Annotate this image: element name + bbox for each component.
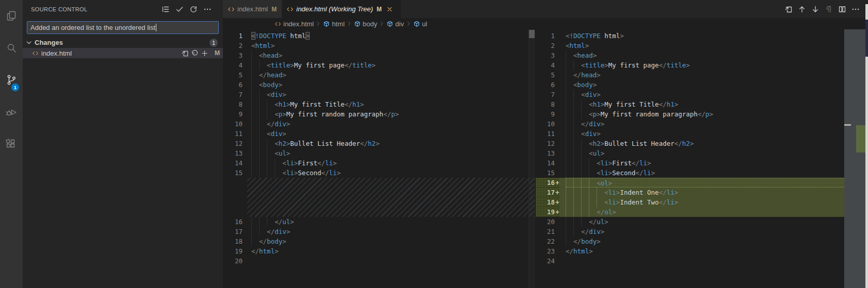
code-line[interactable]: 4 <title>My first page</title> xyxy=(223,60,535,70)
line-number[interactable]: 13 xyxy=(536,148,560,158)
line-number[interactable]: 9 xyxy=(223,109,243,119)
line-number[interactable]: 2 xyxy=(223,41,243,50)
activity-bar-item-search[interactable] xyxy=(0,32,23,64)
code-line-content[interactable]: <h2>Bullet List Header</h2> xyxy=(566,139,868,148)
line-number[interactable]: 14 xyxy=(223,158,243,168)
code-line[interactable]: 14 <li>First</li> xyxy=(223,158,535,168)
code-line-content[interactable]: <h2>Bullet List Header</h2> xyxy=(251,139,535,148)
code-line-content[interactable]: </html> xyxy=(251,246,535,256)
line-number[interactable]: 3 xyxy=(223,50,243,60)
code-line[interactable]: 2<html> xyxy=(536,41,868,50)
code-line-content[interactable]: </div> xyxy=(566,119,868,129)
code-line[interactable]: 7 <div> xyxy=(536,90,868,99)
code-line-content[interactable]: <p>My first random paragraph</p> xyxy=(566,109,868,119)
line-number[interactable]: 9 xyxy=(536,109,560,119)
code-line[interactable]: 11 <div> xyxy=(223,129,535,139)
line-number[interactable]: 21 xyxy=(536,227,560,236)
code-line-content[interactable]: <li>Indent Two</li> xyxy=(566,197,868,207)
code-line-content[interactable]: <div> xyxy=(251,129,535,139)
code-line-content[interactable]: </ul> xyxy=(566,217,868,227)
activity-bar-item-explorer[interactable] xyxy=(0,0,23,32)
more-actions-button[interactable] xyxy=(203,5,212,13)
code-line[interactable]: 11 <div> xyxy=(536,129,868,139)
line-number[interactable]: 10 xyxy=(223,119,243,129)
line-number[interactable]: 20 xyxy=(223,256,243,266)
line-number[interactable]: 12 xyxy=(536,139,560,148)
code-line-content[interactable]: <!DOCTYPE html> xyxy=(251,31,535,41)
next-change-button[interactable] xyxy=(811,5,819,13)
code-line[interactable]: 12 <h2>Bullet List Header</h2> xyxy=(536,139,868,148)
code-line-content[interactable]: <title>My first page</title> xyxy=(566,60,868,70)
code-line[interactable]: 18+ <li>Indent Two</li> xyxy=(536,197,868,207)
breadcrumb-item[interactable]: body xyxy=(354,20,377,28)
line-number[interactable]: 14 xyxy=(536,158,560,168)
line-number[interactable]: 23 xyxy=(536,246,560,256)
code-line[interactable]: 10 </div> xyxy=(223,119,535,129)
line-number[interactable]: 10 xyxy=(536,119,560,129)
breadcrumb-item[interactable]: ul xyxy=(413,20,427,28)
line-number[interactable]: 6 xyxy=(536,80,560,90)
code-line[interactable]: 22 </body> xyxy=(536,236,868,246)
code-line-content[interactable]: </div> xyxy=(251,119,535,129)
line-number[interactable]: 16+ xyxy=(536,178,560,188)
left-editor-scrollbar[interactable] xyxy=(528,29,535,288)
code-line-content[interactable]: <li>Second</li> xyxy=(566,168,868,178)
line-number[interactable]: 18+ xyxy=(536,197,560,207)
refresh-button[interactable] xyxy=(189,5,198,13)
line-number[interactable]: 3 xyxy=(536,50,560,60)
code-line-content[interactable] xyxy=(251,256,535,266)
code-line[interactable]: 19</html> xyxy=(223,246,535,256)
line-number[interactable]: 5 xyxy=(223,70,243,80)
code-line-content[interactable]: <html> xyxy=(566,41,868,50)
code-line[interactable]: 24 xyxy=(536,256,868,266)
line-number[interactable]: 5 xyxy=(536,70,560,80)
code-line[interactable]: 15 <li>Second</li> xyxy=(536,168,868,178)
code-line-content[interactable]: <li>First</li> xyxy=(251,158,535,168)
code-line[interactable]: 18 </body> xyxy=(223,236,535,246)
code-line-content[interactable]: <div> xyxy=(566,90,868,99)
code-line-content[interactable]: <ul> xyxy=(566,148,868,158)
left-editor-scrollbar-slider[interactable] xyxy=(529,30,535,38)
code-line-content[interactable]: </body> xyxy=(251,236,535,246)
breadcrumb-item[interactable]: html xyxy=(323,20,345,28)
commit-message-input[interactable]: Added an ordered list to the unordered l… xyxy=(27,21,219,34)
code-line-content[interactable]: <h1>My first Title</h1> xyxy=(251,99,535,109)
code-line[interactable]: 5 </head> xyxy=(536,70,868,80)
line-number[interactable]: 6 xyxy=(223,80,243,90)
view-as-tree-button[interactable] xyxy=(162,5,170,13)
code-line-content[interactable]: <li>First</li> xyxy=(566,158,868,168)
right-editor-scrollbar-slider[interactable] xyxy=(844,29,865,288)
code-line-content[interactable]: </div> xyxy=(251,227,535,236)
code-line-content[interactable]: <div> xyxy=(566,129,868,139)
breadcrumb-item[interactable]: div xyxy=(387,20,404,28)
code-line[interactable]: 23</html> xyxy=(536,246,868,256)
line-number[interactable]: 15 xyxy=(536,168,560,178)
code-line[interactable]: 3 <head> xyxy=(223,50,535,60)
code-line-content[interactable]: <head> xyxy=(251,50,535,60)
activity-bar-item-source-control[interactable]: 1 xyxy=(0,64,23,96)
code-line[interactable]: 4 <title>My first page</title> xyxy=(536,60,868,70)
line-number[interactable]: 22 xyxy=(536,236,560,246)
code-line-content[interactable]: <body> xyxy=(566,80,868,90)
code-line-content[interactable]: </div> xyxy=(566,227,868,236)
code-line[interactable]: 9 <p>My first random paragraph</p> xyxy=(223,109,535,119)
code-line[interactable]: 20 xyxy=(223,256,535,266)
code-line[interactable]: 14 <li>First</li> xyxy=(536,158,868,168)
line-number[interactable]: 7 xyxy=(536,90,560,99)
line-number[interactable]: 18 xyxy=(223,236,243,246)
code-line-content[interactable]: <!DOCTYPE html> xyxy=(566,31,868,41)
breadcrumb-item[interactable]: index.html xyxy=(275,20,314,28)
code-line[interactable]: 9 <p>My first random paragraph</p> xyxy=(536,109,868,119)
line-number[interactable]: 2 xyxy=(536,41,560,50)
changes-section-header[interactable]: Changes 1 xyxy=(23,37,223,48)
activity-bar-item-run-debug[interactable] xyxy=(0,96,23,128)
code-line[interactable]: 12 <h2>Bullet List Header</h2> xyxy=(223,139,535,148)
code-line-content[interactable]: <head> xyxy=(566,50,868,60)
code-line[interactable]: 19+ </ol> xyxy=(536,207,868,217)
line-number[interactable]: 8 xyxy=(223,99,243,109)
line-number[interactable]: 13 xyxy=(223,148,243,158)
code-line-content[interactable] xyxy=(566,256,868,266)
line-number[interactable]: 19+ xyxy=(536,207,560,217)
code-line-content[interactable]: <body> xyxy=(251,80,535,90)
open-changes-button[interactable] xyxy=(784,5,793,13)
